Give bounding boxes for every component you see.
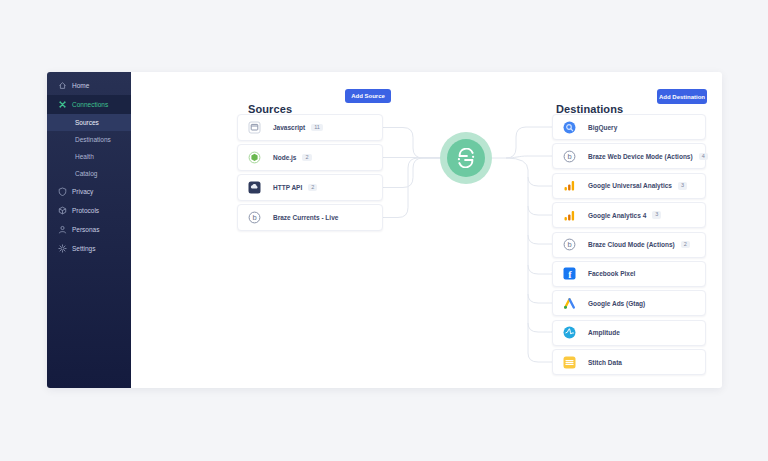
braze-icon: b — [563, 150, 576, 163]
segment-hub[interactable] — [440, 132, 492, 184]
source-card-javascript[interactable]: Javascript 11 — [237, 114, 383, 141]
destination-card-amplitude[interactable]: Amplitude — [552, 320, 706, 346]
destination-card-google-ads[interactable]: Google Ads (Gtag) — [552, 290, 706, 316]
google-analytics-icon — [563, 209, 576, 222]
http-api-icon — [248, 181, 261, 194]
amplitude-icon — [563, 326, 576, 339]
sidebar-item-home[interactable]: Home — [47, 76, 131, 95]
sidebar-item-connections[interactable]: Connections — [47, 95, 131, 114]
braze-icon: b — [248, 211, 261, 224]
destination-count-badge: 4 — [699, 153, 708, 161]
destination-label: Facebook Pixel — [588, 270, 635, 277]
destination-label: Braze Web Device Mode (Actions) — [588, 153, 693, 160]
personas-icon — [58, 225, 67, 234]
destination-label: Stitch Data — [588, 359, 622, 366]
nodejs-icon — [248, 151, 261, 164]
destination-card-braze-cloud[interactable]: b Braze Cloud Mode (Actions) 2 — [552, 232, 706, 258]
add-destination-button[interactable]: Add Destination — [657, 89, 707, 104]
source-count-badge: 2 — [308, 184, 317, 192]
destination-count-badge: 2 — [681, 241, 690, 249]
destination-label: Google Universal Analytics — [588, 182, 672, 189]
sidebar-item-health[interactable]: Health — [47, 148, 131, 165]
facebook-icon: f — [563, 267, 576, 280]
source-label: Node.js — [273, 154, 296, 161]
source-count-badge: 11 — [311, 124, 323, 132]
destinations-list: BigQuery b Braze Web Device Mode (Action… — [552, 114, 706, 375]
source-card-http-api[interactable]: HTTP API 2 — [237, 174, 383, 201]
destination-label: BigQuery — [588, 124, 617, 131]
sidebar-item-settings[interactable]: Settings — [47, 239, 131, 258]
destination-card-facebook-pixel[interactable]: f Facebook Pixel — [552, 261, 706, 287]
source-label: Braze Currents - Live — [273, 214, 338, 221]
sidebar-item-catalog[interactable]: Catalog — [47, 165, 131, 182]
protocols-icon — [58, 206, 67, 215]
add-source-button[interactable]: Add Source — [345, 89, 391, 103]
sidebar-item-privacy[interactable]: Privacy — [47, 182, 131, 201]
javascript-icon — [248, 121, 261, 134]
destination-label: Braze Cloud Mode (Actions) — [588, 241, 675, 248]
settings-icon — [58, 244, 67, 253]
destination-card-stitch-data[interactable]: Stitch Data — [552, 349, 706, 375]
source-card-braze-currents[interactable]: b Braze Currents - Live — [237, 204, 383, 231]
svg-text:b: b — [567, 152, 571, 161]
google-ads-icon — [563, 297, 576, 310]
app-window: Home Connections Sources Destinations He… — [47, 72, 722, 388]
source-label: HTTP API — [273, 184, 302, 191]
source-label: Javascript — [273, 124, 305, 131]
google-analytics-icon — [563, 179, 576, 192]
destination-label: Amplitude — [588, 329, 620, 336]
svg-text:b: b — [567, 240, 571, 249]
sidebar: Home Connections Sources Destinations He… — [47, 72, 131, 388]
sidebar-item-personas[interactable]: Personas — [47, 220, 131, 239]
home-icon — [58, 81, 67, 90]
destination-label: Google Ads (Gtag) — [588, 300, 645, 307]
destination-count-badge: 3 — [652, 211, 661, 219]
destination-count-badge: 3 — [678, 182, 687, 190]
sidebar-item-protocols[interactable]: Protocols — [47, 201, 131, 220]
segment-logo — [447, 139, 485, 177]
sidebar-item-destinations[interactable]: Destinations — [47, 131, 131, 148]
svg-text:b: b — [252, 213, 256, 222]
source-card-nodejs[interactable]: Node.js 2 — [237, 144, 383, 171]
stitch-icon — [563, 356, 576, 369]
bigquery-icon — [563, 121, 576, 134]
destination-card-braze-web[interactable]: b Braze Web Device Mode (Actions) 4 — [552, 143, 706, 169]
braze-icon: b — [563, 238, 576, 251]
connections-icon — [58, 100, 67, 109]
sidebar-item-sources[interactable]: Sources — [47, 114, 131, 131]
destination-card-google-analytics-4[interactable]: Google Analytics 4 3 — [552, 202, 706, 228]
source-count-badge: 2 — [302, 154, 311, 162]
destination-label: Google Analytics 4 — [588, 212, 646, 219]
sources-list: Javascript 11 Node.js 2 HTTP API 2 b Bra… — [237, 114, 383, 231]
destination-card-google-universal-analytics[interactable]: Google Universal Analytics 3 — [552, 173, 706, 199]
privacy-icon — [58, 187, 67, 196]
destination-card-bigquery[interactable]: BigQuery — [552, 114, 706, 140]
